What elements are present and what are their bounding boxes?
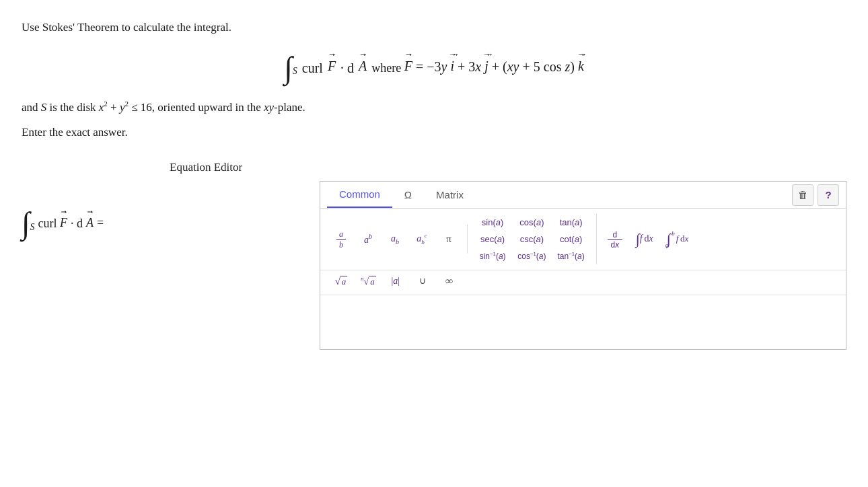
help-button[interactable]: ? bbox=[818, 184, 839, 206]
nth-root-button[interactable]: n√a bbox=[355, 272, 382, 291]
and-s-line: and S is the disk x2 + y2 ≤ 16, oriented… bbox=[22, 100, 846, 114]
intro-text: Use Stokes' Theorem to calculate the int… bbox=[22, 21, 231, 34]
subscript-button[interactable]: ab bbox=[382, 229, 408, 250]
problem-intro: Use Stokes' Theorem to calculate the int… bbox=[22, 19, 846, 36]
pi-button[interactable]: π bbox=[436, 230, 462, 248]
infinity-button[interactable]: ∞ bbox=[437, 272, 462, 291]
exact-answer-line: Enter the exact answer. bbox=[22, 126, 846, 139]
sqrt-button[interactable]: √a bbox=[328, 272, 354, 291]
fraction-button[interactable]: a b bbox=[328, 225, 354, 254]
tan-button[interactable]: tan(a) bbox=[552, 214, 591, 231]
integral-indef-button[interactable]: ∫f dx bbox=[630, 228, 659, 251]
main-integral: ∫S curl F→ · d A→ where F→ = −3y i→ + 3x… bbox=[22, 52, 846, 83]
group-roots: √a n√a |a| ∪ ∞ bbox=[328, 272, 468, 291]
union-button[interactable]: ∪ bbox=[410, 272, 435, 290]
sin-button[interactable]: sin(a) bbox=[473, 214, 512, 231]
editor-toolbar: a b ab ab abc π bbox=[320, 209, 846, 270]
tab-omega[interactable]: Ω bbox=[392, 182, 424, 207]
abs-button[interactable]: |a| bbox=[383, 272, 408, 290]
cos-button[interactable]: cos(a) bbox=[512, 214, 551, 231]
bottom-integral-label: ∫S curl F→ · d A→ = bbox=[22, 181, 166, 239]
equation-editor: Common Ω Matrix 🗑 ? a b bbox=[320, 181, 846, 350]
tab-common[interactable]: Common bbox=[327, 182, 392, 208]
group-basic: a b ab ab abc π bbox=[328, 225, 468, 254]
arctan-button[interactable]: tan−1(a) bbox=[552, 248, 591, 264]
sec-button[interactable]: sec(a) bbox=[473, 231, 512, 248]
subsuperscript-button[interactable]: abc bbox=[409, 229, 435, 250]
equation-editor-label: Equation Editor bbox=[170, 161, 846, 174]
editor-tabs: Common Ω Matrix 🗑 ? bbox=[320, 182, 846, 209]
arccos-button[interactable]: cos−1(a) bbox=[512, 248, 551, 264]
editor-input-area[interactable] bbox=[320, 295, 846, 349]
trash-button[interactable]: 🗑 bbox=[792, 184, 813, 206]
cot-button[interactable]: cot(a) bbox=[552, 231, 591, 248]
group-calculus: d dx ∫f dx ∫baf dx bbox=[602, 225, 700, 253]
arcsin-button[interactable]: sin−1(a) bbox=[473, 248, 512, 264]
tab-matrix[interactable]: Matrix bbox=[424, 182, 476, 207]
power-button[interactable]: ab bbox=[355, 229, 381, 249]
derivative-button[interactable]: d dx bbox=[602, 225, 628, 253]
integral-def-button[interactable]: ∫baf dx bbox=[661, 229, 694, 250]
csc-button[interactable]: csc(a) bbox=[512, 231, 551, 248]
tab-icons: 🗑 ? bbox=[792, 184, 839, 206]
editor-toolbar-row2: √a n√a |a| ∪ ∞ bbox=[320, 270, 846, 295]
group-trig: sin(a) cos(a) tan(a) sec(a) csc(a) cot(a… bbox=[473, 214, 597, 264]
bottom-section: ∫S curl F→ · d A→ = Common Ω Matrix 🗑 ? bbox=[22, 181, 846, 350]
